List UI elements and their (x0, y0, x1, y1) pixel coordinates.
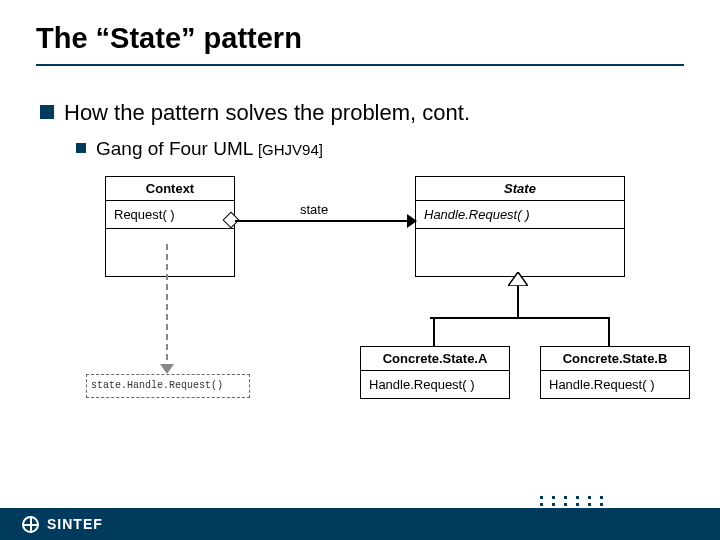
bullet-prefix: Gang of Four UML (96, 138, 258, 159)
uml-class-op: Handle.Request( ) (541, 371, 689, 398)
association-line (235, 220, 415, 222)
arrow-down-icon (160, 364, 174, 374)
uml-class-name: State (416, 177, 624, 201)
uml-class-op: Request( ) (106, 201, 234, 228)
generalization-line (430, 317, 610, 319)
uml-class-context: Context Request( ) (105, 176, 235, 277)
footer-bar: SINTEF (0, 508, 720, 540)
generalization-line (608, 317, 610, 347)
generalization-line (517, 286, 519, 318)
uml-class-op: Handle.Request( ) (361, 371, 509, 398)
sintef-globe-icon (22, 516, 39, 533)
uml-class-name: Concrete.State.A (361, 347, 509, 371)
uml-class-concrete-a: Concrete.State.A Handle.Request( ) (360, 346, 510, 399)
bullet-level1: How the pattern solves the problem, cont… (40, 100, 470, 126)
generalization-triangle-icon (508, 272, 528, 286)
bullet-text: Gang of Four UML [GHJV94] (96, 138, 323, 160)
bullet-text: How the pattern solves the problem, cont… (64, 100, 470, 126)
association-label: state (300, 202, 328, 217)
square-bullet-icon (76, 143, 86, 153)
sintef-logo-text: SINTEF (47, 516, 103, 532)
uml-diagram: Context Request( ) State Handle.Request(… (50, 170, 690, 440)
uml-empty-compartment (106, 228, 234, 276)
arrow-right-icon (407, 214, 417, 228)
slide-title: The “State” pattern (0, 0, 720, 55)
uml-class-op: Handle.Request( ) (416, 201, 624, 228)
title-underline (36, 64, 684, 66)
uml-class-name: Concrete.State.B (541, 347, 689, 371)
uml-note: state.Handle.Request() (86, 374, 250, 398)
svg-marker-0 (508, 272, 528, 286)
bullet-level2: Gang of Four UML [GHJV94] (76, 138, 323, 160)
uml-class-name: Context (106, 177, 234, 201)
uml-empty-compartment (416, 228, 624, 276)
uml-class-concrete-b: Concrete.State.B Handle.Request( ) (540, 346, 690, 399)
generalization-line (433, 317, 435, 347)
square-bullet-icon (40, 105, 54, 119)
note-connector-line (166, 244, 168, 370)
citation-ref: [GHJV94] (258, 141, 323, 158)
decorative-dots (540, 496, 606, 506)
uml-class-state: State Handle.Request( ) (415, 176, 625, 277)
